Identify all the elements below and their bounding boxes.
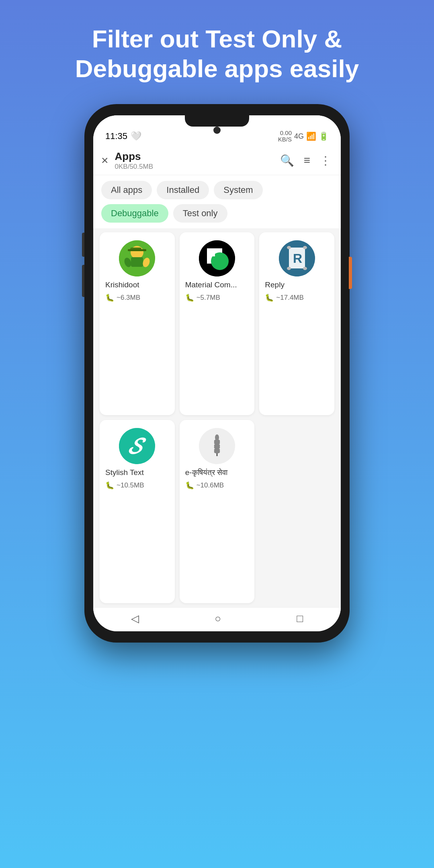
toolbar-title: Apps	[115, 150, 272, 163]
debug-icon: 🐛	[185, 481, 194, 490]
apps-grid: Krishidoot 🐛 ~6.3MB	[93, 228, 341, 607]
phone-device: 11:35 🤍 0.00KB/S 4G 📶 🔋 × Apps 0KB/50.5M…	[84, 104, 350, 643]
vol-down-button	[82, 265, 84, 297]
app-card-krishidoot[interactable]: Krishidoot 🐛 ~6.3MB	[100, 232, 175, 416]
app-icon-wrap: R	[265, 240, 329, 276]
app-icon-stylish: 𝓢	[119, 428, 155, 464]
debug-icon: 🐛	[105, 481, 114, 490]
toolbar-title-section: Apps 0KB/50.5MB	[115, 150, 272, 171]
debug-icon: 🐛	[105, 293, 114, 302]
hero-text: Filter out Test Only & Debuggable apps e…	[43, 0, 391, 100]
filter-tabs: All apps Installed System Debuggable Tes…	[93, 175, 341, 228]
svg-text:R: R	[293, 251, 302, 266]
search-icon[interactable]: 🔍	[278, 152, 296, 169]
filter-debuggable[interactable]: Debuggable	[101, 204, 168, 223]
app-meta-reply: 🐛 ~17.4MB	[265, 293, 304, 302]
app-name-stylish: Stylish Text	[105, 468, 169, 477]
nav-bar: ◁ ○ □	[93, 607, 341, 631]
status-bar-left: 11:35 🤍	[105, 131, 141, 141]
power-button	[349, 257, 352, 289]
svg-point-18	[303, 267, 307, 270]
hero-line2: Debuggable apps easily	[75, 55, 359, 82]
app-size-material: ~5.7MB	[197, 294, 220, 302]
svg-rect-5	[128, 249, 146, 251]
svg-point-17	[287, 267, 291, 270]
svg-rect-3	[131, 257, 143, 267]
app-icon-reply: R	[279, 240, 315, 276]
filter-installed[interactable]: Installed	[157, 181, 209, 199]
app-name-ekrishi: e-कृषियंत्र सेवा	[185, 468, 249, 477]
filter-testonly[interactable]: Test only	[173, 204, 227, 223]
app-icon-material	[199, 240, 235, 276]
signal-type: 4G	[294, 132, 304, 141]
more-icon[interactable]: ⋮	[318, 152, 333, 169]
app-icon-krishidoot	[119, 240, 155, 276]
vol-up-button	[82, 233, 84, 257]
camera	[213, 127, 221, 134]
app-card-ekrishi[interactable]: e-कृषियंत्र सेवा 🐛 ~10.6MB	[180, 420, 255, 603]
app-meta-ekrishi: 🐛 ~10.6MB	[185, 481, 224, 490]
app-card-stylish[interactable]: 𝓢 Stylish Text 🐛 ~10.5MB	[100, 420, 175, 603]
signal-bars-icon: 📶	[306, 131, 316, 141]
svg-rect-11	[207, 248, 215, 256]
app-icon-wrap	[105, 240, 169, 276]
phone-screen: 11:35 🤍 0.00KB/S 4G 📶 🔋 × Apps 0KB/50.5M…	[93, 115, 341, 631]
hero-line1: Filter out Test Only &	[92, 25, 342, 53]
app-name-reply: Reply	[265, 280, 329, 289]
app-size-reply: ~17.4MB	[276, 294, 304, 302]
svg-point-16	[303, 246, 307, 249]
app-card-material[interactable]: Material Com... 🐛 ~5.7MB	[180, 232, 255, 416]
svg-point-29	[215, 434, 219, 441]
nav-back-icon[interactable]: ◁	[131, 612, 139, 625]
nav-home-icon[interactable]: ○	[215, 612, 221, 625]
battery-icon: 🔋	[319, 131, 329, 141]
app-icon-wrap	[185, 428, 249, 464]
app-size-stylish: ~10.5MB	[117, 481, 144, 489]
filter-all[interactable]: All apps	[101, 181, 152, 199]
notch	[185, 115, 249, 127]
app-icon-wrap: 𝓢	[105, 428, 169, 464]
debug-icon: 🐛	[185, 293, 194, 302]
debug-icon: 🐛	[265, 293, 274, 302]
filter-icon[interactable]: ≡	[302, 152, 312, 168]
close-button[interactable]: ×	[101, 154, 108, 167]
toolbar-subtitle: 0KB/50.5MB	[115, 163, 272, 171]
toolbar: × Apps 0KB/50.5MB 🔍 ≡ ⋮	[93, 146, 341, 175]
app-name-krishidoot: Krishidoot	[105, 280, 169, 289]
app-meta-krishidoot: 🐛 ~6.3MB	[105, 293, 140, 302]
svg-point-15	[287, 246, 291, 249]
heart-icon: 🤍	[131, 131, 141, 141]
app-size-ekrishi: ~10.6MB	[197, 481, 224, 489]
nav-recent-icon[interactable]: □	[297, 612, 303, 625]
app-icon-ekrishi	[199, 428, 235, 464]
network-speed: 0.00KB/S	[278, 130, 292, 143]
filter-system[interactable]: System	[214, 181, 262, 199]
app-icon-wrap	[185, 240, 249, 276]
app-card-reply[interactable]: R Reply 🐛 ~17.4MB	[259, 232, 334, 416]
app-size-krishidoot: ~6.3MB	[117, 294, 140, 302]
app-meta-material: 🐛 ~5.7MB	[185, 293, 220, 302]
app-meta-stylish: 🐛 ~10.5MB	[105, 481, 144, 490]
status-bar-right: 0.00KB/S 4G 📶 🔋	[278, 130, 329, 143]
app-name-material: Material Com...	[185, 280, 249, 289]
time-display: 11:35	[105, 131, 127, 141]
